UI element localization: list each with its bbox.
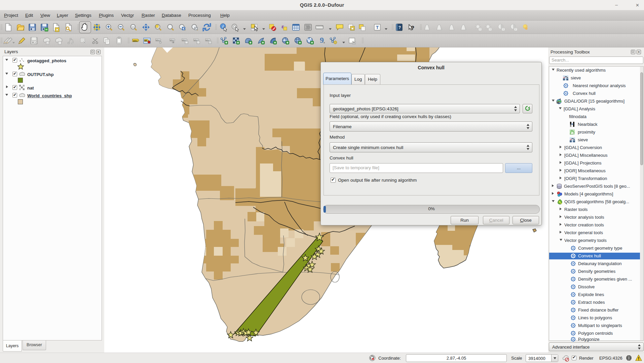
svg-text:1:1: 1:1 bbox=[131, 26, 135, 28]
svg-text:9: 9 bbox=[320, 36, 324, 44]
svg-text:GDAL: GDAL bbox=[556, 101, 561, 103]
svg-text:abc: abc bbox=[182, 39, 186, 41]
svg-text:abc: abc bbox=[170, 39, 174, 41]
svg-text:*: * bbox=[47, 41, 48, 45]
svg-text:abc: abc bbox=[156, 39, 160, 41]
svg-text:abc: abc bbox=[194, 39, 198, 41]
svg-text:abc: abc bbox=[133, 39, 138, 42]
svg-text:?: ? bbox=[411, 25, 414, 31]
svg-text:?: ? bbox=[399, 25, 401, 30]
svg-text:ε: ε bbox=[281, 23, 284, 30]
svg-text:T: T bbox=[376, 25, 379, 30]
svg-text:abc: abc bbox=[205, 39, 210, 41]
svg-text:ab: ab bbox=[144, 39, 147, 42]
